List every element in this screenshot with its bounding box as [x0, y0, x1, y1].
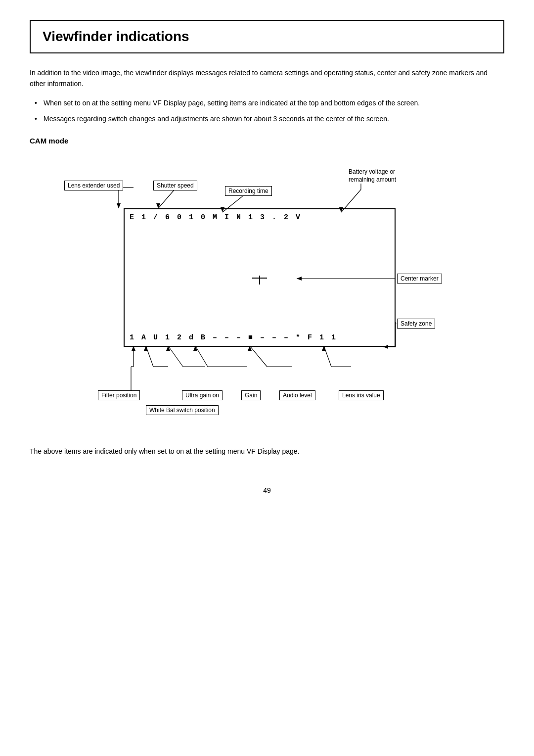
label-ultra-gain: Ultra gain on — [182, 390, 222, 400]
svg-line-23 — [146, 346, 153, 367]
page-title: Viewfinder indications — [43, 29, 491, 45]
svg-line-30 — [195, 346, 208, 367]
vf-top-status: E 1 / 6 0 1 0 M I N 1 3 . 2 V — [130, 213, 390, 222]
bullet-list: When set to on at the setting menu VF Di… — [30, 97, 504, 125]
intro-text: In addition to the video image, the view… — [30, 67, 504, 90]
svg-line-36 — [324, 346, 331, 367]
svg-marker-4 — [156, 203, 160, 208]
label-safety-zone: Safety zone — [397, 319, 435, 329]
bullet-item-2: Messages regarding switch changes and ad… — [35, 113, 504, 124]
footer-text: The above items are indicated only when … — [30, 446, 504, 457]
page-number: 49 — [30, 486, 504, 494]
cam-mode-title: CAM mode — [30, 137, 504, 145]
svg-line-3 — [158, 189, 175, 208]
label-filter-position: Filter position — [98, 390, 140, 400]
vf-display-box: E 1 / 6 0 1 0 M I N 1 3 . 2 V 1 A U 1 2 … — [124, 208, 396, 347]
page-title-box: Viewfinder indications — [30, 20, 504, 53]
label-lens-iris: Lens iris value — [339, 390, 384, 400]
diagram-container: E 1 / 6 0 1 0 M I N 1 3 . 2 V 1 A U 1 2 … — [54, 154, 480, 431]
svg-line-27 — [168, 346, 183, 367]
label-shutter-speed: Shutter speed — [153, 181, 197, 190]
vf-bottom-status: 1 A U 1 2 d B – – – ■ – – – * F 1 1 — [130, 333, 390, 342]
label-audio-level: Audio level — [279, 390, 315, 400]
bullet-item-1: When set to on at the setting menu VF Di… — [35, 97, 504, 108]
label-center-marker: Center marker — [397, 274, 442, 284]
label-gain: Gain — [241, 390, 261, 400]
svg-line-33 — [250, 346, 267, 367]
label-recording-time: Recording time — [225, 186, 272, 196]
label-lens-extender: Lens extender used — [64, 181, 123, 190]
label-battery: Battery voltage or remaining amount — [349, 168, 396, 185]
svg-marker-1 — [117, 203, 121, 208]
label-white-bal: White Bal switch position — [146, 405, 219, 415]
